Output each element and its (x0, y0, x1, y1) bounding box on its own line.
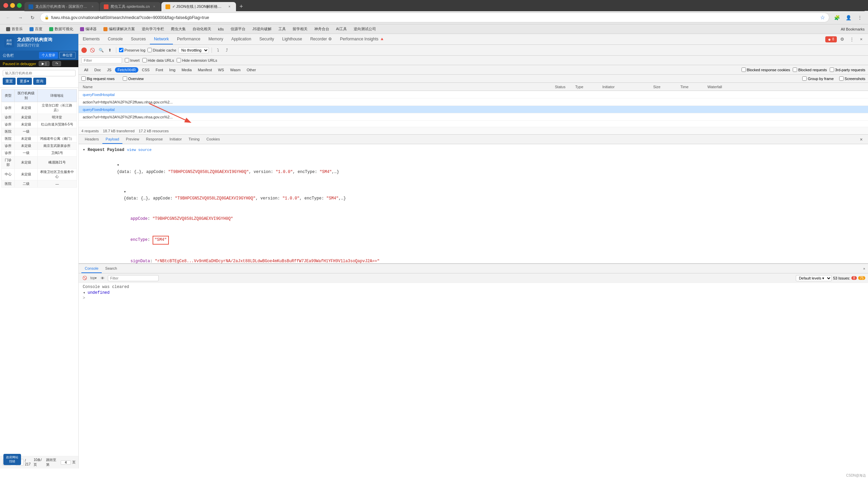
table-row[interactable]: 诊所 一级 卫闽1号 (2, 150, 77, 157)
extensions-button[interactable]: 🧩 (832, 13, 842, 22)
close-window-button[interactable] (3, 3, 8, 8)
table-row[interactable]: 门诊部 未定级 峨眉路21号 (2, 157, 77, 169)
bookmark-jsreverse[interactable]: JS逆向破解 (250, 26, 274, 32)
filter-tab-css[interactable]: CSS (139, 67, 152, 73)
new-tab-button[interactable]: + (237, 2, 246, 11)
throttle-select[interactable]: No throttling (178, 47, 209, 53)
expand-arrow-1[interactable]: ▾ (117, 163, 119, 168)
bookmark-compiler[interactable]: 编译器 (77, 26, 99, 32)
filter-button[interactable]: 🔍 (98, 47, 104, 54)
console-top-select[interactable]: top ▾ (90, 275, 97, 282)
tab-close-1[interactable]: × (90, 4, 95, 9)
detail-tab-timing[interactable]: Timing (185, 135, 203, 144)
tab-sources[interactable]: Sources (127, 34, 150, 44)
filter-tab-ws[interactable]: WS (215, 67, 227, 73)
filter-tab-media[interactable]: Media (179, 67, 194, 73)
console-close-button[interactable]: × (863, 267, 865, 271)
detail-close-button[interactable]: × (857, 135, 865, 143)
col-header-name[interactable]: Name (81, 85, 554, 89)
page-jump-input[interactable] (61, 460, 71, 465)
detail-tab-initiator[interactable]: Initiator (166, 135, 185, 144)
tab-memory[interactable]: Memory (204, 34, 227, 44)
bookmark-reverse[interactable]: 逆向学习专栏 (139, 26, 167, 32)
col-header-waterfall[interactable]: Waterfall (706, 85, 866, 89)
console-level-select[interactable]: Default levels ▾ (796, 275, 832, 281)
bookmark-ai[interactable]: AI工具 (333, 26, 350, 32)
request-row-selected[interactable]: queryFixedHospital (79, 106, 868, 113)
step-over-button[interactable]: ↷ (52, 61, 61, 66)
detail-tab-response[interactable]: Response (142, 135, 166, 144)
filter-tab-img[interactable]: Img (166, 67, 178, 73)
more-button[interactable]: 更多▾ (17, 78, 32, 85)
browser-tab-1[interactable]: 龙点医疗机构查询 - 国家医疗行... × (24, 2, 99, 11)
forward-button[interactable]: → (16, 13, 25, 22)
star-bookmark-icon[interactable]: ☆ (820, 14, 825, 21)
filter-tab-other[interactable]: Other (244, 67, 259, 73)
console-line-prompt[interactable]: > (83, 295, 864, 301)
filter-tab-fetchxhr[interactable]: Fetch/XHR (115, 67, 139, 73)
table-row[interactable]: 诊所 未定级 立登尔口腔（长江路店） (2, 102, 77, 114)
bookmark-tools[interactable]: 工具 (276, 26, 289, 32)
overview-label[interactable]: Overview (123, 76, 144, 81)
bookmark-spider[interactable]: 爬虫大集 (168, 26, 189, 32)
browser-tab-3[interactable]: ✓ JSON在线 | JSON解析格式化... × (161, 2, 236, 11)
table-row[interactable]: 医院 一级 (2, 128, 77, 135)
expand-arrow-2[interactable]: ▾ (124, 190, 126, 194)
tab-close-3[interactable]: × (227, 4, 232, 9)
filter-tab-doc[interactable]: Doc (92, 67, 104, 73)
table-row[interactable]: 诊所 未定级 红山街道兴贸路6-5号 (2, 121, 77, 128)
org-login-button[interactable]: 单位登 (59, 52, 76, 59)
col-header-size[interactable]: Size (652, 85, 679, 89)
reset-button[interactable]: 重置 (3, 78, 16, 85)
table-row[interactable]: 中心 未定级 孝陵卫社区卫生服务中心 (2, 169, 77, 180)
filter-tab-manifest[interactable]: Manifest (195, 67, 215, 73)
request-row-error-1[interactable]: action?url=https%3A%2F%2F2ffuwu.nhsa.gov… (79, 98, 868, 106)
bookmark-k8s[interactable]: k8s (215, 26, 226, 32)
col-header-type[interactable]: Type (574, 85, 601, 89)
table-row[interactable]: 诊所 未定级 南京玄武新泉诊所 (2, 142, 77, 150)
devtools-close-icon[interactable]: × (857, 35, 865, 43)
view-source-link[interactable]: view source (127, 147, 152, 153)
request-row[interactable]: queryFixedHospital (79, 91, 868, 98)
detail-tab-payload[interactable]: Payload (102, 135, 123, 144)
col-header-time[interactable]: Time (679, 85, 706, 89)
tab-lighthouse[interactable]: Lighthouse (278, 34, 306, 44)
group-by-frame-label[interactable]: Group by frame (802, 76, 833, 81)
export-button[interactable]: ⤴ (223, 47, 230, 54)
invert-checkbox[interactable] (125, 58, 129, 62)
clear-button[interactable]: 🚫 (89, 47, 96, 54)
big-request-rows-label[interactable]: Big request rows (81, 76, 115, 81)
tab-application[interactable]: Application (227, 34, 255, 44)
table-row[interactable]: 医院 未定级 鸿福老年公寓（南门） (2, 135, 77, 142)
import-button[interactable]: ⬆ (106, 47, 113, 54)
tab-close-2[interactable]: × (152, 4, 157, 9)
blocked-requests-label[interactable]: Blocked requests (793, 68, 827, 72)
console-filter-input[interactable] (108, 275, 159, 281)
menu-button[interactable]: ⋮ (855, 13, 865, 22)
bookmark-study[interactable]: 留学相关 (290, 26, 310, 32)
col-header-initiator[interactable]: Initiator (601, 85, 652, 89)
tab-security[interactable]: Security (255, 34, 278, 44)
tab-perf-insights[interactable]: Performance Insights 🔺 (336, 34, 389, 44)
col-header-status[interactable]: Status (554, 85, 574, 89)
request-row-error-2[interactable]: action?url=https%3A%2F%2F2ffuwu.nhsa.gov… (79, 113, 868, 121)
blocked-cookies-label[interactable]: Blocked response cookies (742, 68, 790, 72)
detail-tab-headers[interactable]: Headers (81, 135, 102, 144)
personal-login-button[interactable]: 个人登录 (39, 52, 58, 59)
hide-extension-urls-checkbox[interactable] (177, 58, 181, 62)
tab-performance[interactable]: Performance (173, 34, 204, 44)
devtools-gear-icon[interactable]: ⚙ (838, 35, 846, 43)
detail-tab-cookies[interactable]: Cookies (203, 135, 223, 144)
bookmark-baidu[interactable]: 百度 (27, 26, 45, 32)
filter-tab-wasm[interactable]: Wasm (228, 67, 243, 73)
invert-checkbox-label[interactable]: Invert (125, 58, 140, 62)
bookmark-auto[interactable]: 自动化相关 (190, 26, 214, 32)
resume-button[interactable]: ▶ | (39, 61, 49, 66)
browser-tab-2[interactable]: 爬虫工具-spidertools.cn × (100, 2, 161, 11)
console-input[interactable] (86, 296, 864, 301)
tab-elements[interactable]: Elements (79, 34, 104, 44)
console-tab-search[interactable]: Search (102, 264, 120, 273)
filter-tab-js[interactable]: JS (104, 67, 114, 73)
screenshots-label[interactable]: Screenshots (839, 76, 865, 81)
hide-data-urls-label[interactable]: Hide data URLs (142, 58, 174, 62)
